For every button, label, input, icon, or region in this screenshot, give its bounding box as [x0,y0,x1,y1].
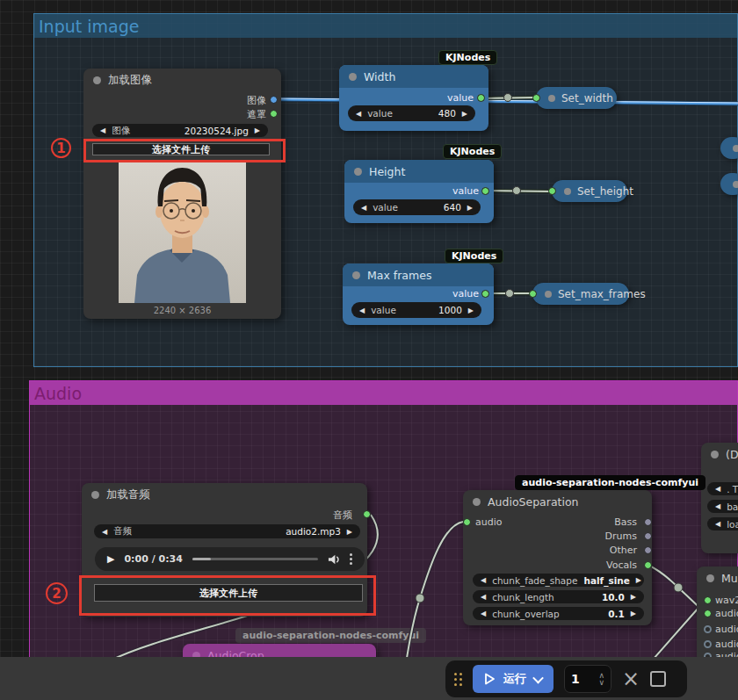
widget-right-arrow-icon[interactable]: ▶ [467,204,473,212]
group-audio-label: Audio [34,384,82,403]
node-editor-canvas[interactable]: Input image Audio [0,0,738,700]
widget-left-arrow-icon[interactable]: ◀ [481,593,486,601]
max-frames-value-widget[interactable]: ◀ value 1000 ▶ [351,302,481,318]
node-max-frames[interactable]: Max frames value ◀ value 1000 ▶ [343,263,494,325]
node-collapsed-partial[interactable] [720,173,738,195]
chunk-length-widget[interactable]: ◀ chunk_length 10.0 ▶ [473,590,644,603]
player-progress-played [192,558,211,560]
node-status-dot [711,451,719,458]
node-set-height[interactable]: Set_height [552,180,627,202]
chunk-overlap-label: chunk_overlap [492,609,560,619]
node-multi-header[interactable]: Mul [697,566,738,589]
widget-right-arrow-icon[interactable]: ▶ [631,593,636,601]
chunk-overlap-value: 0.1 [608,609,625,619]
combo-left-arrow-icon[interactable]: ◀ [102,528,107,536]
image-preview[interactable] [119,161,246,303]
height-widget-value: 640 [444,202,461,213]
multi-input-2-socket[interactable] [704,610,712,617]
widget-left-arrow-icon[interactable]: ◀ [715,502,720,510]
download-widget-2[interactable]: ◀ bas [707,500,738,513]
chunk-fade-shape-widget[interactable]: ◀ chunk_fade_shape half_sine ▶ [473,574,644,587]
width-output-socket[interactable] [477,94,485,102]
widget-left-arrow-icon[interactable]: ◀ [715,520,720,528]
chunk-overlap-widget[interactable]: ◀ chunk_overlap 0.1 ▶ [473,607,644,620]
node-width-header[interactable]: Width [339,65,488,88]
node-audio-separation-header[interactable]: AudioSeparation [463,490,652,513]
set-width-input-socket[interactable] [532,94,540,102]
stop-button[interactable] [650,671,666,687]
widget-left-arrow-icon[interactable]: ◀ [481,610,486,617]
node-height[interactable]: Height value ◀ value 640 ▶ [344,160,494,223]
widget-right-arrow-icon[interactable]: ▶ [636,576,641,584]
player-volume-icon[interactable] [328,554,340,565]
player-menu-icon[interactable] [350,553,352,565]
width-value-widget[interactable]: ◀ value 480 ▶ [348,105,475,121]
set-max-frames-title: Set_max_frames [558,288,646,300]
widget-right-arrow-icon[interactable]: ▶ [468,307,474,314]
widget-left-arrow-icon[interactable]: ◀ [361,204,366,212]
multi-input-4-socket[interactable] [704,640,712,648]
group-audio-title[interactable]: Audio [30,381,737,405]
output-mask-socket[interactable] [270,110,278,118]
image-file-combo[interactable]: ◀ 图像 20230524.jpg ▶ [92,124,268,137]
set-height-input-socket[interactable] [548,187,556,195]
widget-left-arrow-icon[interactable]: ◀ [481,576,486,584]
run-button[interactable]: 运行 [473,665,554,693]
node-download-partial[interactable]: (Do ◀ . T ◀ bas ◀ loa [701,443,738,553]
audio-output-socket[interactable] [363,510,371,518]
vocals-output-socket[interactable] [644,561,652,569]
other-output-label: Other [610,545,637,556]
multi-input-3-socket[interactable] [704,625,712,633]
node-height-header[interactable]: Height [344,160,494,183]
batch-count-stepper[interactable]: 1 ∧ ∨ [564,665,611,693]
node-width[interactable]: Width value ◀ value 480 ▶ [339,65,488,131]
widget-right-arrow-icon[interactable]: ▶ [631,610,636,617]
node-download-header[interactable]: (Do [701,443,738,465]
node-audio-separation[interactable]: AudioSeparation audio Bass Drums Other V… [463,490,652,625]
widget-right-arrow-icon[interactable]: ▶ [462,110,467,118]
combo-left-arrow-icon[interactable]: ◀ [100,126,105,134]
output-image-socket[interactable] [270,96,278,104]
widget-left-arrow-icon[interactable]: ◀ [715,485,720,493]
download-widget-1[interactable]: ◀ . T [707,482,738,495]
audio-player[interactable]: ▶ 0:00 / 0:34 [95,547,365,571]
node-status-dot [733,145,738,152]
node-audio-separation-title: AudioSeparation [488,495,579,509]
player-time: 0:00 / 0:34 [124,553,182,565]
audio-combo-value: audio2.mp3 [286,526,341,537]
toolbar-drag-handle-icon[interactable] [454,673,462,686]
download-widget-1-label: . T [727,484,738,494]
node-set-max-frames[interactable]: Set_max_frames [532,283,629,305]
download-widget-3[interactable]: ◀ loa [707,517,738,530]
other-output-socket[interactable] [644,546,652,554]
audio-file-combo[interactable]: ◀ 音频 audio2.mp3 ▶ [94,524,360,538]
node-collapsed-partial[interactable] [720,137,738,159]
height-value-widget[interactable]: ◀ value 640 ▶ [353,199,481,215]
combo-right-arrow-icon[interactable]: ▶ [255,126,260,134]
node-load-audio-header[interactable]: 加载音频 [82,483,367,506]
multi-input-1-socket[interactable] [704,596,712,604]
group-input-image-title[interactable]: Input image [34,14,737,38]
node-max-frames-header[interactable]: Max frames [343,263,494,286]
node-load-image-header[interactable]: 加载图像 [83,69,281,91]
node-multi-partial[interactable]: Mul wav2v audio_ audio_ audio_ audio [697,566,738,663]
run-options-chevron-icon[interactable] [532,672,544,683]
clear-queue-button[interactable]: × [622,670,640,688]
player-play-icon[interactable]: ▶ [107,553,114,565]
widget-left-arrow-icon[interactable]: ◀ [356,110,361,118]
node-load-image[interactable]: 加载图像 图像 遮罩 ◀ 图像 20230524.jpg ▶ 选择文件上传 [83,69,281,319]
run-toolbar[interactable]: 运行 1 ∧ ∨ × [445,660,687,697]
combo-right-arrow-icon[interactable]: ▶ [347,528,352,536]
run-button-label: 运行 [503,671,526,687]
set-max-frames-input-socket[interactable] [529,290,537,298]
drums-output-socket[interactable] [644,532,652,540]
max-frames-output-socket[interactable] [481,290,489,298]
stepper-down-icon[interactable]: ∨ [598,679,604,686]
bass-output-socket[interactable] [644,518,652,526]
height-output-socket[interactable] [481,187,489,195]
audio-input-socket[interactable] [463,518,471,526]
node-set-width[interactable]: Set_width [536,87,617,109]
node-status-dot [564,188,571,195]
widget-left-arrow-icon[interactable]: ◀ [359,307,365,314]
player-progress-bar[interactable] [192,558,318,560]
